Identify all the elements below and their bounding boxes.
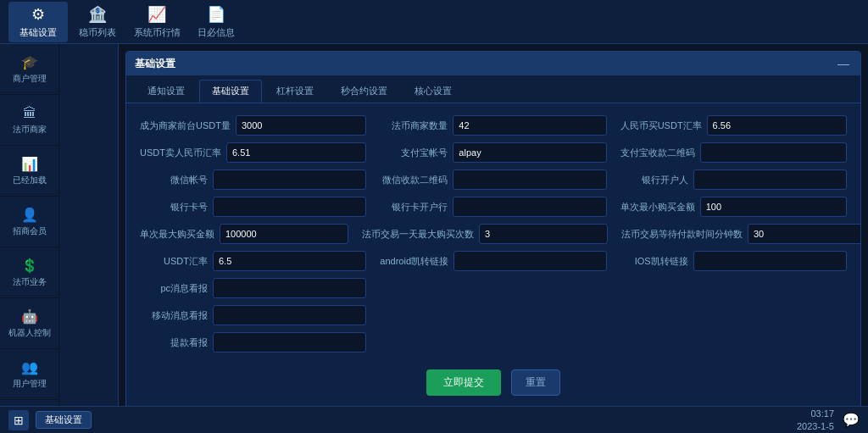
reset-button[interactable]: 重置	[511, 369, 560, 396]
input-alipay-account[interactable]	[453, 142, 606, 163]
sidebar-item-merchant-mgmt[interactable]: 🎓 商户管理	[0, 44, 59, 95]
form-row-9: 提款看报	[140, 330, 847, 354]
button-area: 立即提交 重置	[140, 358, 847, 406]
top-nav-basic-settings[interactable]: ⚙ 基础设置	[8, 2, 68, 42]
label-become-merchant: 成为商家前台USDT量	[140, 119, 231, 132]
taskbar-left: ⊞ 基础设置	[8, 410, 92, 430]
input-usdt-buy-rmb[interactable]	[226, 142, 366, 163]
form-row-4: 银行卡号 银行卡开户行 单次最小购买金额	[140, 195, 847, 219]
field-withdraw-notice: 提款看报	[140, 330, 366, 354]
input-android-link[interactable]	[453, 251, 607, 271]
label-legal-max-times: 法币交易一天最大购买次数	[362, 228, 474, 241]
input-bank-card[interactable]	[213, 197, 366, 217]
main-panel: 基础设置 — 通知设置 基础设置 杠杆设置 秒合约设置 核心设置 成为商家前台U…	[125, 51, 861, 406]
sidebar-item-user-mgmt[interactable]: 👥 用户管理	[0, 349, 59, 400]
panel-minimize-button[interactable]: —	[835, 57, 852, 70]
label-wechat-qr: 微信收款二维码	[380, 174, 448, 186]
form-row-5: 单次最大购买金额 法币交易一天最大购买次数 法币交易等待付款时间分钟数	[140, 222, 847, 246]
input-usdt-rate[interactable]	[213, 251, 366, 271]
field-rmb-usdt-rate: 人民币买USDT汇率	[620, 114, 847, 137]
input-withdraw-notice[interactable]	[213, 332, 366, 353]
label-merchant-count: 法币商家数量	[380, 119, 448, 132]
start-button[interactable]: ⊞	[8, 410, 29, 430]
form-row-6: USDT汇率 android凯转链接 IOS凯转链接	[140, 249, 847, 273]
input-wechat-account[interactable]	[213, 169, 366, 190]
label-withdraw-notice: 提款看报	[140, 336, 208, 349]
tab-leverage-settings[interactable]: 杠杆设置	[264, 80, 326, 103]
label-rmb-usdt-rate: 人民币买USDT汇率	[620, 119, 702, 132]
tab-basic-settings[interactable]: 基础设置	[199, 80, 262, 103]
label-bank-card: 银行卡号	[140, 201, 208, 214]
top-nav-daily-info[interactable]: 📄 日必信息	[186, 2, 246, 42]
chart-icon: 📈	[147, 5, 166, 24]
tab-core-settings[interactable]: 核心设置	[402, 80, 465, 103]
label-ios-link: IOS凯转链接	[620, 255, 688, 268]
label-android-link: android凯转链接	[380, 255, 448, 268]
field-min-buy: 单次最小购买金额	[620, 195, 847, 219]
panel-header: 基础设置 —	[126, 52, 860, 75]
input-alipay-qr[interactable]	[700, 142, 847, 163]
field-pay-wait: 法币交易等待付款时间分钟数	[621, 222, 861, 246]
currency-icon: 🏦	[88, 5, 107, 24]
tab-bar: 通知设置 基础设置 杠杆设置 秒合约设置 核心设置	[126, 75, 860, 103]
field-bank-card: 银行卡号	[140, 195, 366, 219]
gear-icon: ⚙	[31, 5, 45, 24]
input-max-buy[interactable]	[220, 224, 348, 244]
input-ios-link[interactable]	[693, 251, 847, 271]
input-bank-branch[interactable]	[453, 197, 606, 217]
tab-notify-settings[interactable]: 通知设置	[135, 80, 198, 103]
chat-icon[interactable]: 💬	[843, 412, 860, 428]
sidebar: 🎓 商户管理 🏛 法币商家 📊 已经加载 👤 招商会员 💲 法币业务 🤖	[0, 44, 119, 406]
submit-button[interactable]: 立即提交	[426, 369, 501, 396]
field-alipay-qr: 支付宝收款二维码	[620, 141, 847, 164]
sidebar-item-intro-member[interactable]: 👤 招商会员	[0, 197, 59, 247]
tab-contract-settings[interactable]: 秒合约设置	[328, 80, 400, 103]
field-usdt-buy-rmb: USDT卖人民币汇率	[140, 141, 366, 164]
taskbar-right: 03:17 2023-1-5 💬	[797, 408, 860, 432]
input-pay-wait[interactable]	[748, 224, 861, 244]
panel-title: 基础设置	[135, 57, 175, 71]
field-pc-notice: pc消息看报	[140, 276, 366, 300]
input-wechat-qr[interactable]	[453, 169, 606, 190]
sidebar-item-robot[interactable]: 🤖 机器人控制	[0, 298, 59, 349]
graduate-icon: 🎓	[21, 54, 38, 70]
input-legal-max-times[interactable]	[479, 224, 608, 244]
input-mobile-notice[interactable]	[213, 305, 366, 325]
chart2-icon: 📊	[21, 156, 38, 172]
label-pc-notice: pc消息看报	[140, 282, 208, 295]
label-alipay-qr: 支付宝收款二维码	[620, 147, 695, 159]
top-nav-coin-market[interactable]: 📈 系统币行情	[127, 2, 186, 42]
form-row-1: 成为商家前台USDT量 法币商家数量 人民币买USDT汇率	[140, 114, 847, 137]
form-row-3: 微信帐号 微信收款二维码 银行开户人	[140, 168, 847, 192]
label-max-buy: 单次最大购买金额	[140, 228, 214, 241]
field-usdt-rate: USDT汇率	[140, 249, 366, 273]
top-nav-currency[interactable]: 🏦 稳币列表	[68, 2, 127, 42]
field-legal-max-times: 法币交易一天最大购买次数	[362, 222, 608, 246]
top-nav: ⚙ 基础设置 🏦 稳币列表 📈 系统币行情 📄 日必信息	[0, 0, 868, 44]
sidebar-group: 🎓 商户管理 🏛 法币商家 📊 已经加载 👤 招商会员 💲 法币业务 🤖	[0, 44, 118, 406]
sidebar-item-already-added[interactable]: 📊 已经加载	[0, 146, 59, 197]
field-bank-opener: 银行开户人	[620, 168, 847, 192]
input-become-merchant[interactable]	[236, 115, 366, 136]
label-min-buy: 单次最小购买金额	[620, 201, 695, 214]
users-icon: 👥	[21, 359, 38, 375]
label-wechat-account: 微信帐号	[140, 174, 208, 186]
label-usdt-rate: USDT汇率	[140, 255, 208, 268]
user-icon: 👤	[21, 207, 38, 223]
input-pc-notice[interactable]	[213, 278, 366, 298]
label-usdt-buy-rmb: USDT卖人民币汇率	[140, 147, 221, 159]
sidebar-item-legal-merchant[interactable]: 🏛 法币商家	[0, 95, 59, 146]
bank-icon: 🏛	[23, 105, 36, 121]
main-layout: 🎓 商户管理 🏛 法币商家 📊 已经加载 👤 招商会员 💲 法币业务 🤖	[0, 44, 868, 406]
sidebar-item-legal-pledge[interactable]: 💰 法币支付	[0, 400, 59, 406]
input-min-buy[interactable]	[700, 197, 847, 217]
field-android-link: android凯转链接	[380, 249, 606, 273]
input-rmb-usdt-rate[interactable]	[707, 115, 847, 136]
input-bank-opener[interactable]	[693, 169, 847, 190]
input-merchant-count[interactable]	[453, 115, 606, 136]
field-mobile-notice: 移动消息看报	[140, 303, 366, 327]
doc-icon: 📄	[207, 5, 225, 24]
sidebar-item-legal-currency[interactable]: 💲 法币业务	[0, 247, 59, 298]
field-wechat-account: 微信帐号	[140, 168, 366, 192]
taskbar-app-label[interactable]: 基础设置	[36, 411, 92, 429]
